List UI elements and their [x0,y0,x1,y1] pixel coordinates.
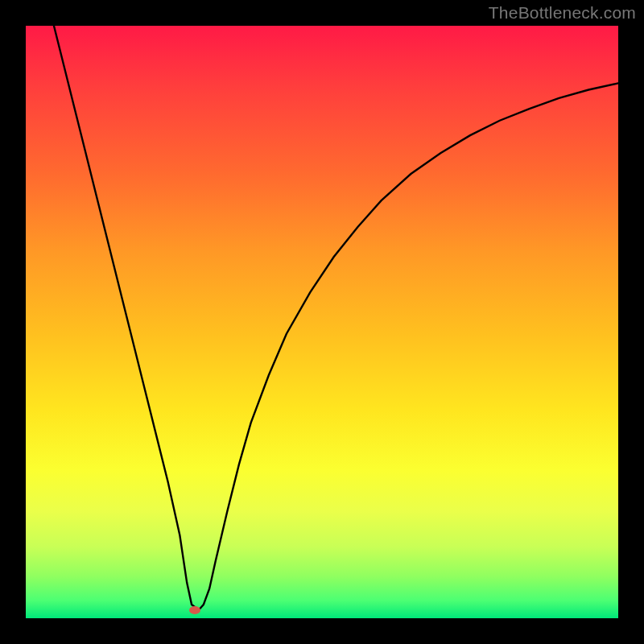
bottleneck-curve [49,8,618,610]
curve-layer [26,26,618,618]
chart-frame: TheBottleneck.com [0,0,644,644]
plot-area [26,26,618,618]
watermark-text: TheBottleneck.com [489,3,636,23]
